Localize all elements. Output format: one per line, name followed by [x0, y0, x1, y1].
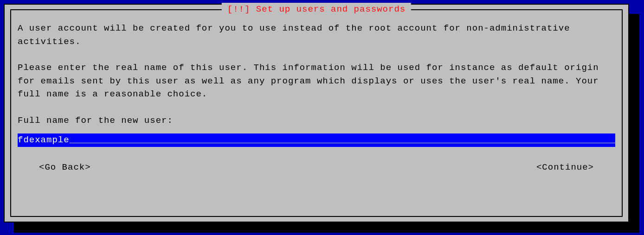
full-name-input[interactable]: fdexample	[18, 133, 615, 147]
dialog-buttons-row: <Go Back> <Continue>	[18, 161, 615, 174]
dialog-inner-frame: [!!] Set up users and passwords A user a…	[10, 9, 623, 217]
installer-dialog: [!!] Set up users and passwords A user a…	[4, 4, 629, 222]
go-back-button[interactable]: <Go Back>	[39, 161, 91, 174]
dialog-title: [!!] Set up users and passwords	[222, 3, 411, 16]
input-underline-fill	[70, 133, 615, 147]
description-paragraph-1: A user account will be created for you t…	[18, 22, 615, 48]
continue-button[interactable]: <Continue>	[536, 161, 594, 174]
description-paragraph-2: Please enter the real name of this user.…	[18, 61, 615, 101]
input-value-text: fdexample	[18, 133, 70, 147]
input-label: Full name for the new user:	[18, 114, 615, 127]
